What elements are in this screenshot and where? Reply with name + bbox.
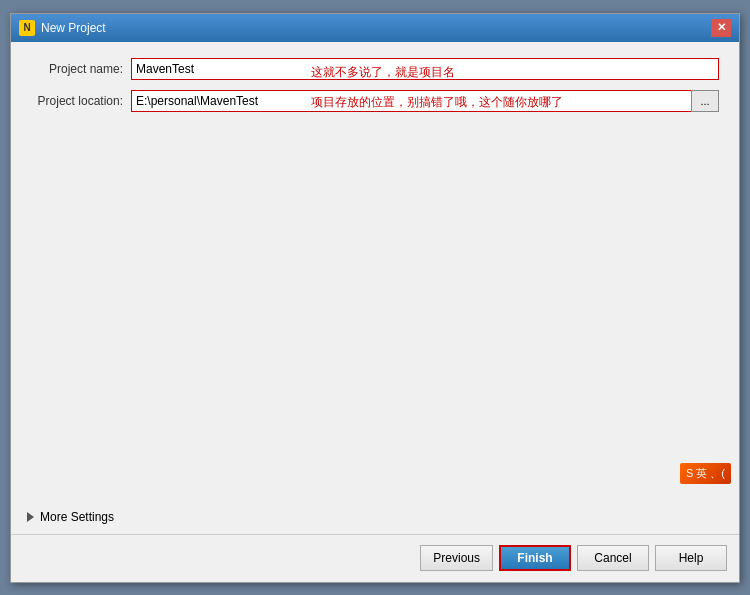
dialog-footer: Previous Finish Cancel Help	[11, 534, 739, 582]
new-project-dialog: N New Project ✕ Project name: 这就不多说了，就是项…	[10, 13, 740, 583]
expand-icon	[27, 512, 34, 522]
title-bar-left: N New Project	[19, 20, 106, 36]
dialog-icon: N	[19, 20, 35, 36]
annotation-name: 这就不多说了，就是项目名	[311, 64, 455, 81]
more-settings-section[interactable]: More Settings	[27, 510, 114, 524]
title-bar-controls: ✕	[711, 19, 731, 37]
project-name-label: Project name:	[31, 62, 131, 76]
browse-button[interactable]: ...	[691, 90, 719, 112]
dialog-content: Project name: 这就不多说了，就是项目名 Project locat…	[11, 42, 739, 534]
project-location-label: Project location:	[31, 94, 131, 108]
more-settings-label: More Settings	[40, 510, 114, 524]
title-bar: N New Project ✕	[11, 14, 739, 42]
sougou-badge: S 英 、(	[680, 463, 731, 484]
previous-button[interactable]: Previous	[420, 545, 493, 571]
help-button[interactable]: Help	[655, 545, 727, 571]
close-button[interactable]: ✕	[711, 19, 731, 37]
finish-button[interactable]: Finish	[499, 545, 571, 571]
dialog-title: New Project	[41, 21, 106, 35]
cancel-button[interactable]: Cancel	[577, 545, 649, 571]
annotation-location: 项目存放的位置，别搞错了哦，这个随你放哪了	[311, 94, 563, 111]
